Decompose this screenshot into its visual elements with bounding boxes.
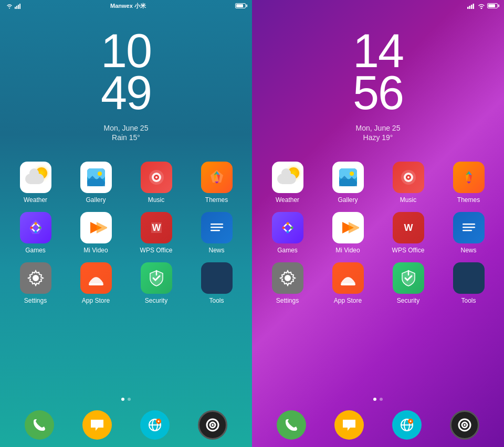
app-item-mivideo-right[interactable]: Mi Video: [318, 208, 378, 258]
dot-2-left: [128, 398, 131, 401]
clock-minute-left: 49: [101, 69, 151, 116]
clock-weather-left: Rain 15°: [112, 133, 140, 142]
appstore-icon-left: [80, 262, 112, 294]
app-item-settings-right[interactable]: Settings: [257, 258, 318, 308]
messages-icon-left: [89, 417, 105, 433]
svg-point-45: [481, 8, 482, 9]
dock-messages-left[interactable]: [82, 410, 112, 440]
tools-label-left: Tools: [209, 297, 224, 304]
appstore-label-right: App Store: [334, 297, 362, 304]
svg-rect-47: [339, 168, 357, 179]
left-screen: Manwex 小米 10 49 Mon, June 25 Rain 15° We…: [0, 0, 252, 447]
app-item-weather-left[interactable]: Weather: [5, 157, 66, 208]
tools-icon-right: [453, 262, 485, 294]
gallery-label-left: Gallery: [86, 196, 106, 204]
app-item-security-right[interactable]: Security: [378, 258, 438, 308]
gallery-icon-left: [80, 162, 112, 193]
app-item-wps-right[interactable]: W WPS Office: [378, 208, 438, 258]
app-item-appstore-right[interactable]: App Store: [318, 258, 378, 308]
phone-icon-right: [284, 417, 299, 433]
svg-marker-57: [469, 174, 472, 182]
settings-icon-left: [20, 262, 51, 294]
app-item-gallery-right[interactable]: Gallery: [318, 157, 378, 208]
clock-weather-right: Hazy 19°: [363, 133, 393, 142]
dock-browser-right[interactable]: [392, 410, 422, 440]
security-label-left: Security: [145, 297, 167, 304]
app-item-music-left[interactable]: Music: [126, 157, 186, 208]
app-item-gallery-left[interactable]: Gallery: [66, 157, 126, 208]
wifi-icon-right: [478, 3, 485, 9]
svg-rect-33: [89, 283, 103, 285]
app-item-wps-left[interactable]: W WPS Office: [126, 208, 186, 258]
weather-icon-right: [272, 162, 303, 193]
svg-rect-43: [471, 5, 472, 9]
svg-rect-44: [473, 4, 475, 9]
svg-rect-72: [341, 283, 355, 285]
svg-rect-30: [211, 230, 220, 231]
app-grid-right: Weather Gallery: [252, 152, 504, 393]
app-item-appstore-left[interactable]: App Store: [66, 258, 126, 308]
svg-point-53: [407, 176, 410, 178]
dock-phone-right[interactable]: [277, 410, 306, 440]
app-item-music-right[interactable]: Music: [378, 157, 438, 208]
weather-icon-left: [20, 162, 51, 193]
svg-point-21: [34, 231, 37, 233]
svg-rect-69: [463, 230, 472, 231]
dot-2-right: [380, 398, 383, 401]
dock-right: [252, 405, 504, 447]
svg-text:W: W: [152, 222, 161, 233]
app-item-weather-right[interactable]: Weather: [257, 157, 318, 208]
status-bar-left: Manwex 小米: [0, 0, 252, 12]
clock-area-left: 10 49 Mon, June 25 Rain 15°: [0, 12, 252, 152]
app-item-settings-left[interactable]: Settings: [5, 258, 66, 308]
browser-icon-left: [147, 417, 163, 433]
wps-label-left: WPS Office: [140, 247, 173, 254]
music-label-left: Music: [148, 196, 164, 204]
app-item-news-right[interactable]: News: [438, 208, 499, 258]
battery-icon-left: [235, 3, 246, 8]
dock-camera-left[interactable]: [198, 410, 227, 440]
page-dots-left: [0, 393, 252, 405]
dock-left: [0, 405, 252, 447]
app-item-mivideo-left[interactable]: Mi Video: [66, 208, 126, 258]
games-icon-left: [20, 212, 51, 243]
dock-camera-right[interactable]: [450, 410, 479, 440]
page-dots-right: [252, 393, 504, 405]
gallery-icon-right: [332, 162, 364, 193]
games-label-left: Games: [25, 247, 46, 254]
status-right-right: [467, 3, 498, 9]
wps-label-right: WPS Office: [392, 247, 425, 254]
svg-rect-6: [87, 168, 105, 179]
security-icon-right: [393, 262, 424, 294]
battery-icon-right: [487, 3, 498, 8]
clock-date-left: Mon, June 25: [104, 124, 149, 132]
app-item-security-left[interactable]: Security: [126, 258, 186, 308]
app-item-tools-right[interactable]: Tools: [438, 258, 499, 308]
appstore-label-left: App Store: [82, 297, 110, 304]
signal-icon-left: [15, 3, 21, 9]
svg-rect-3: [18, 5, 19, 9]
weather-label-left: Weather: [24, 196, 47, 204]
dock-phone-left[interactable]: [25, 410, 54, 440]
app-item-themes-right[interactable]: Themes: [438, 157, 499, 208]
svg-rect-4: [19, 4, 20, 9]
themes-label-left: Themes: [205, 196, 228, 204]
svg-point-79: [464, 424, 466, 426]
app-item-games-left[interactable]: Games: [5, 208, 66, 258]
svg-marker-58: [467, 182, 471, 184]
app-item-games-right[interactable]: Games: [257, 208, 318, 258]
settings-label-left: Settings: [24, 297, 47, 304]
settings-icon-right: [272, 262, 303, 294]
dock-browser-left[interactable]: [140, 410, 170, 440]
themes-icon-left: [201, 162, 233, 193]
phone-icon-left: [32, 417, 47, 433]
news-icon-right: [453, 212, 485, 243]
appstore-icon-right: [332, 262, 364, 294]
themes-label-right: Themes: [457, 196, 480, 204]
svg-rect-67: [463, 224, 475, 225]
app-item-tools-left[interactable]: Tools: [186, 258, 247, 308]
app-item-themes-left[interactable]: Themes: [186, 157, 247, 208]
dot-1-left: [121, 398, 124, 401]
dock-messages-right[interactable]: [334, 410, 364, 440]
app-item-news-left[interactable]: News: [186, 208, 247, 258]
